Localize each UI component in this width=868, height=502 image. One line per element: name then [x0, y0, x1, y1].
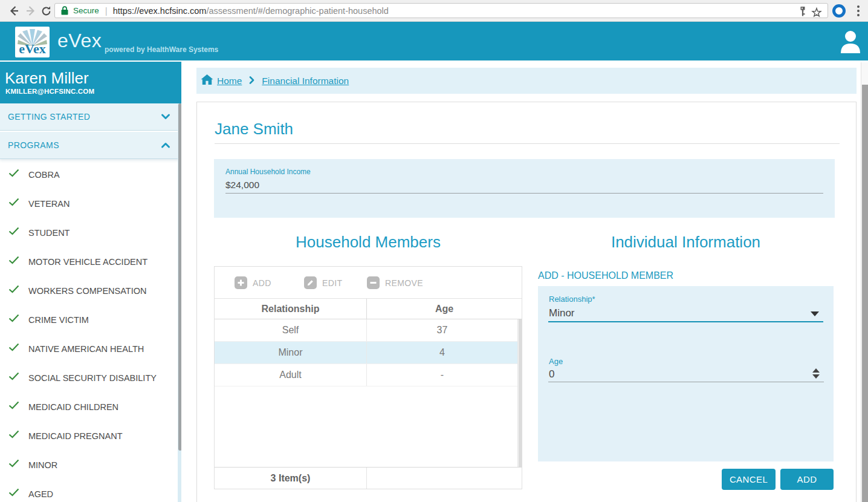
sidebar-item-label: MEDICAID PREGNANT	[28, 431, 123, 441]
check-icon	[8, 488, 19, 499]
check-icon	[8, 314, 19, 325]
spinner-down-icon[interactable]	[812, 374, 820, 379]
individual-information-title: Individual Information	[538, 233, 834, 252]
check-icon	[8, 256, 19, 267]
relationship-dropdown[interactable]: Minor	[549, 307, 575, 319]
sidebar-item-social-security-disability[interactable]: SOCIAL SECURITY DISABILITY	[0, 363, 181, 393]
programs-list: COBRAVETERANSTUDENTMOTOR VEHICLE ACCIDEN…	[0, 160, 181, 502]
sidebar-section-getting-started[interactable]: GETTING STARTED	[0, 103, 181, 131]
sidebar-item-crime-victim[interactable]: CRIME VICTIM	[0, 305, 181, 334]
key-icon[interactable]	[798, 6, 808, 19]
grid-body: Self37Minor4Adult-	[215, 319, 517, 467]
user-name: Karen Miller	[5, 69, 89, 88]
cell-relationship: Self	[215, 319, 367, 341]
grid-scrollbar[interactable]	[517, 319, 522, 467]
sidebar-item-label: WORKERS COMPENSATION	[28, 286, 147, 296]
grid-row-minor[interactable]: Minor4	[215, 342, 517, 364]
main-area: Home Financial Information Jane Smith An…	[181, 62, 861, 502]
age-input[interactable]: 0	[549, 368, 554, 380]
sidebar-item-label: COBRA	[28, 170, 60, 180]
url-path: /assessment/#/demographic-patient-househ…	[206, 6, 388, 16]
sidebar-item-label: MINOR	[28, 460, 57, 470]
grid-add-button[interactable]: ADD	[235, 276, 271, 289]
sidebar-item-student[interactable]: STUDENT	[0, 218, 181, 247]
home-icon[interactable]	[201, 74, 213, 87]
grid-row-adult[interactable]: Adult-	[215, 364, 517, 386]
grid-footer-count: 3 Item(s)	[215, 468, 367, 489]
check-icon	[8, 169, 19, 180]
sidebar-item-veteran[interactable]: VETERAN	[0, 189, 181, 218]
edit-pencil-icon	[304, 276, 317, 289]
cell-age: 37	[367, 319, 517, 341]
cell-relationship: Adult	[215, 364, 367, 386]
browser-profile-icon[interactable]	[832, 4, 846, 18]
grid-toolbar: ADD EDIT REMOVE	[215, 267, 522, 299]
sidebar: Karen Miller KMILLER@HCFSINC.COM GETTING…	[0, 62, 181, 502]
section-label: PROGRAMS	[8, 140, 59, 150]
breadcrumb-separator	[249, 76, 254, 86]
bookmark-star-icon[interactable]	[810, 4, 823, 24]
sidebar-section-programs[interactable]: PROGRAMS	[0, 132, 181, 159]
column-header-age[interactable]: Age	[367, 299, 522, 319]
grid-scrollbar-thumb[interactable]	[519, 319, 522, 467]
address-bar[interactable]: Secure | https://evex.hcfsinc.com/assess…	[54, 3, 828, 18]
spinner-up-icon[interactable]	[812, 368, 820, 373]
sidebar-item-native-american-health[interactable]: NATIVE AMERICAN HEALTH	[0, 334, 181, 363]
breadcrumb-home-link[interactable]: Home	[217, 76, 242, 86]
grid-edit-button[interactable]: EDIT	[304, 276, 343, 289]
secure-chip[interactable]: Secure	[61, 6, 99, 15]
income-input[interactable]: $24,000	[225, 180, 823, 194]
relationship-underline	[548, 321, 823, 322]
browser-toolbar: Secure | https://evex.hcfsinc.com/assess…	[0, 0, 868, 22]
sidebar-item-medicaid-pregnant[interactable]: MEDICAID PREGNANT	[0, 422, 181, 451]
check-icon	[8, 372, 19, 383]
cancel-button[interactable]: CANCEL	[722, 469, 776, 490]
back-icon	[8, 5, 20, 17]
forward-button[interactable]	[22, 2, 39, 19]
income-panel: Annual Household Income $24,000	[214, 159, 835, 218]
app-header: eVex eVex powered by HealthWare Systems	[0, 22, 868, 60]
sidebar-item-cobra[interactable]: COBRA	[0, 160, 181, 189]
page-scrollbar-thumb[interactable]	[862, 85, 868, 502]
grid-remove-button[interactable]: REMOVE	[367, 276, 423, 289]
column-header-relationship[interactable]: Relationship	[215, 299, 367, 319]
sidebar-item-label: SOCIAL SECURITY DISABILITY	[28, 373, 157, 383]
content-card: Jane Smith Annual Household Income $24,0…	[196, 102, 857, 502]
page-scrollbar[interactable]	[861, 62, 868, 502]
sidebar-item-label: CRIME VICTIM	[28, 315, 89, 325]
breadcrumb-current-link[interactable]: Financial Information	[262, 76, 349, 86]
sidebar-item-motor-vehicle-accident[interactable]: MOTOR VEHICLE ACCIDENT	[0, 247, 181, 276]
browser-menu-icon[interactable]	[855, 5, 862, 17]
cell-age: 4	[367, 342, 517, 363]
sidebar-item-workers-compensation[interactable]: WORKERS COMPENSATION	[0, 276, 181, 305]
sidebar-item-aged[interactable]: AGED	[0, 480, 181, 502]
reload-button[interactable]	[37, 2, 54, 19]
age-underline	[548, 382, 824, 382]
back-button[interactable]	[5, 2, 22, 19]
url-text[interactable]: https://evex.hcfsinc.com/assessment/#/de…	[113, 6, 389, 16]
grid-edit-label: EDIT	[322, 278, 343, 288]
add-plus-icon	[235, 276, 247, 289]
account-icon[interactable]	[840, 29, 861, 56]
dropdown-caret-icon[interactable]	[811, 311, 819, 316]
age-spinner[interactable]	[812, 368, 820, 379]
individual-form-panel: Relationship* Minor Age 0	[538, 286, 834, 461]
forward-icon	[25, 5, 37, 17]
grid-row-self[interactable]: Self37	[215, 319, 517, 342]
sidebar-item-medicaid-children[interactable]: MEDICAID CHILDREN	[0, 393, 181, 422]
sidebar-item-minor[interactable]: MINOR	[0, 451, 181, 480]
cell-relationship: Minor	[215, 342, 367, 363]
check-icon	[8, 401, 19, 412]
lock-icon	[61, 6, 68, 15]
url-host: https://evex.hcfsinc.com	[113, 6, 207, 16]
grid-header: Relationship Age	[215, 299, 522, 319]
cell-age: -	[367, 364, 517, 386]
grid-footer: 3 Item(s)	[215, 467, 522, 489]
add-button[interactable]: ADD	[780, 469, 834, 490]
age-label: Age	[549, 357, 563, 366]
form-heading: ADD - HOUSEHOLD MEMBER	[538, 270, 673, 281]
patient-name: Jane Smith	[215, 120, 293, 139]
app-name: eVex	[57, 30, 102, 52]
household-grid: ADD EDIT REMOVE Relationship Age Self37M…	[214, 266, 522, 489]
sidebar-user-block: Karen Miller KMILLER@HCFSINC.COM	[0, 62, 181, 103]
